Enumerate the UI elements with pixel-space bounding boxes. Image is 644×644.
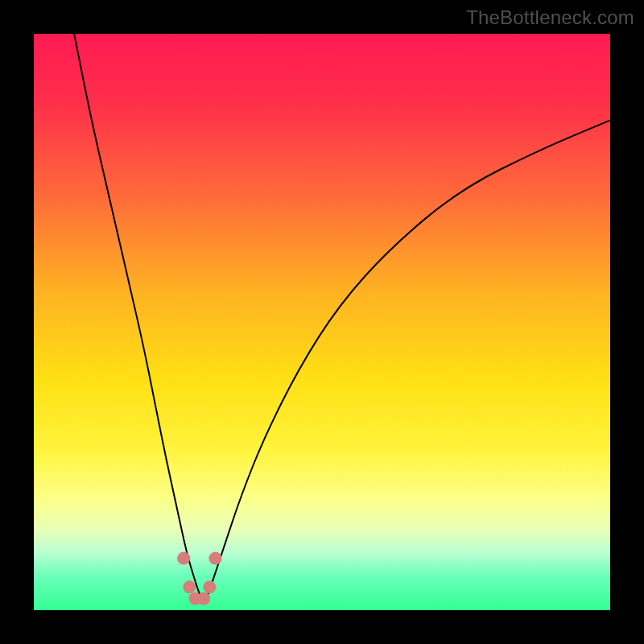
plot-area	[34, 34, 610, 610]
highlight-dot	[203, 580, 216, 593]
highlight-dot	[183, 580, 196, 593]
highlight-dot	[177, 552, 190, 565]
highlight-dot	[209, 552, 222, 565]
curve-svg	[34, 34, 610, 610]
bottleneck-curve	[74, 34, 610, 599]
chart-frame: TheBottleneck.com	[0, 0, 644, 644]
watermark-text: TheBottleneck.com	[466, 6, 634, 29]
highlight-dots	[177, 552, 221, 605]
highlight-dot	[197, 592, 210, 605]
